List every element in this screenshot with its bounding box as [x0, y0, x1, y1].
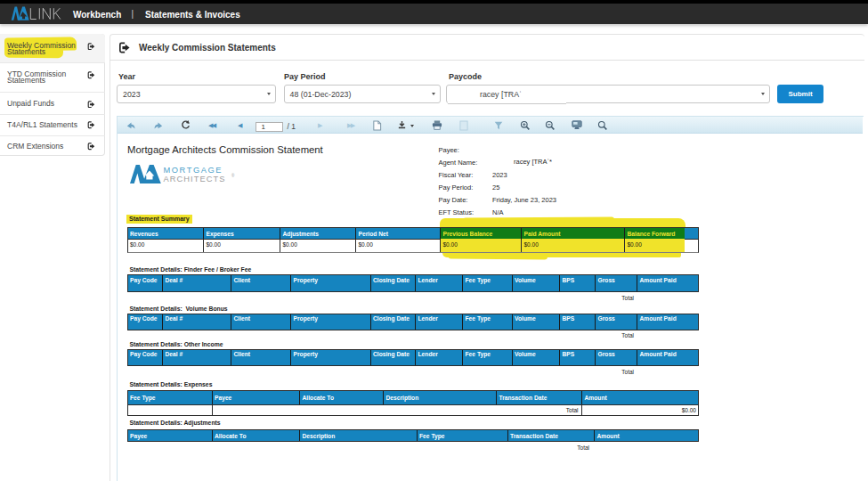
svg-text:MORTGAGE: MORTGAGE	[164, 166, 223, 175]
svg-text:®: ®	[231, 173, 235, 178]
svg-text:ARCHITECTS: ARCHITECTS	[164, 175, 226, 183]
